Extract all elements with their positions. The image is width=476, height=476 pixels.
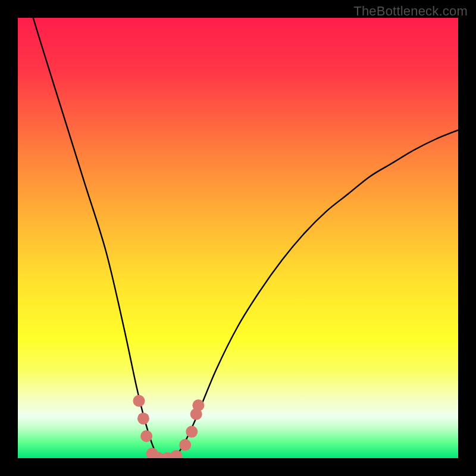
highlight-dot <box>137 412 149 424</box>
chart-frame: TheBottleneck.com <box>0 0 476 476</box>
gradient-background <box>18 18 458 458</box>
highlight-dot <box>192 399 204 411</box>
watermark-text: TheBottleneck.com <box>353 4 468 19</box>
highlight-dot <box>133 395 145 407</box>
highlight-dot <box>186 426 198 438</box>
highlight-dot <box>179 439 191 451</box>
highlight-dot <box>140 430 152 442</box>
plot-area <box>18 18 458 458</box>
bottleneck-chart <box>18 18 458 458</box>
